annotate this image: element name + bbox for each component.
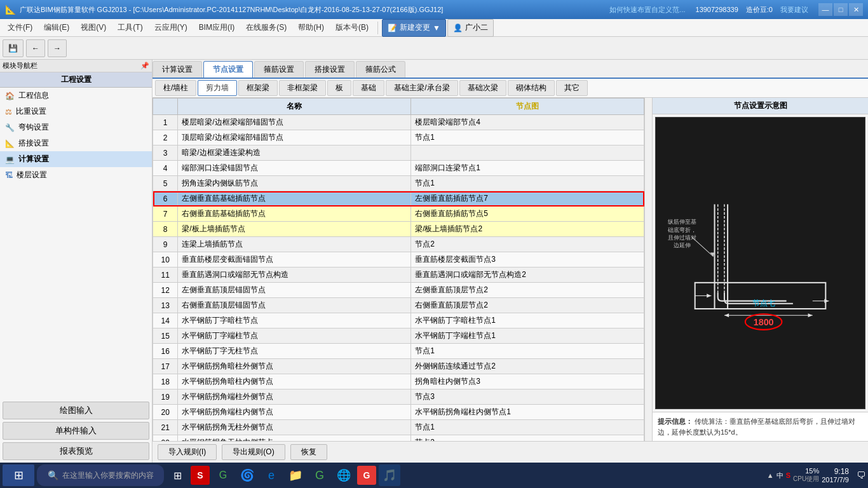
tab-overlap-settings[interactable]: 搭接设置	[305, 61, 355, 78]
table-row[interactable]: 17水平钢筋拐角暗柱外侧节点外侧钢筋连续通过节点2	[153, 359, 644, 374]
table-row[interactable]: 14水平钢筋丁字暗柱节点水平钢筋丁字暗柱节点1	[153, 313, 644, 329]
forward-button[interactable]: →	[48, 39, 67, 57]
notification-icon[interactable]: 🗨	[857, 470, 865, 480]
menu-bim[interactable]: BIM应用(I)	[194, 21, 240, 34]
bottom-bar: 导入规则(I) 导出规则(O) 恢复	[153, 441, 868, 463]
table-row[interactable]: 22水平钢筋拐角无柱内侧节点节点3	[153, 435, 644, 442]
titlebar-controls: — □ ✕	[818, 3, 863, 16]
scrollbar[interactable]	[644, 98, 652, 441]
table-row[interactable]: 4端部洞口连梁锚固节点端部洞口连梁节点1	[153, 161, 644, 176]
table-row[interactable]: 10垂直筋楼层变截面锚固节点垂直筋楼层变截面节点3	[153, 252, 644, 268]
toolbar: 💾 ← →	[0, 37, 868, 60]
minimize-button[interactable]: —	[818, 3, 832, 16]
taskbar-icon-music[interactable]: 🎵	[379, 464, 400, 486]
table-row[interactable]: 16水平钢筋丁字无柱节点节点1	[153, 344, 644, 359]
menu-file[interactable]: 文件(F)	[3, 21, 37, 34]
table-row[interactable]: 21水平钢筋拐角无柱外侧节点节点1	[153, 420, 644, 435]
edge-icon: e	[268, 469, 275, 482]
user-button[interactable]: 👤 广小二	[447, 19, 494, 37]
maximize-button[interactable]: □	[834, 3, 848, 16]
draw-input-button[interactable]: 绘图输入	[3, 402, 149, 419]
input-method-zh[interactable]: 中	[776, 471, 783, 480]
table-row[interactable]: 19水平钢筋拐角端柱外侧节点节点3	[153, 390, 644, 405]
sidebar: 模块导航栏 📌 工程设置 🏠 工程信息 ⚖ 比重设置 🔧 弯钩设置 📐 搭接设置…	[0, 60, 153, 463]
floor-icon: 🏗	[5, 171, 13, 180]
table-row[interactable]: 6左侧垂直筋基础插筋节点左侧垂直筋插筋节点7	[153, 191, 644, 207]
close-button[interactable]: ✕	[849, 3, 863, 16]
sidebar-item-project-info[interactable]: 🏠 工程信息	[0, 88, 152, 104]
table-row[interactable]: 13右侧垂直筋顶层锚固节点右侧垂直筋顶层节点2	[153, 298, 644, 313]
export-rules-button[interactable]: 导出规则(O)	[222, 444, 285, 460]
back-button[interactable]: ←	[26, 39, 45, 57]
sidebar-item-bend[interactable]: 🔧 弯钩设置	[0, 119, 152, 135]
menu-online[interactable]: 在线服务(S)	[241, 21, 292, 34]
taskbar-icon-edge[interactable]: e	[261, 464, 282, 486]
sub-tab-masonry[interactable]: 砌体结构	[508, 80, 555, 96]
ime-icon[interactable]: S	[786, 471, 790, 479]
restore-button[interactable]: 恢复	[290, 444, 327, 460]
menu-cloud[interactable]: 云应用(Y)	[149, 21, 193, 34]
tab-node-settings[interactable]: 节点设置	[203, 61, 253, 78]
windows-icon: ⊞	[14, 468, 24, 482]
sub-tab-others[interactable]: 其它	[556, 80, 588, 96]
taskbar-icon-g1[interactable]: G	[212, 464, 234, 486]
table-row[interactable]: 12左侧垂直筋顶层锚固节点左侧垂直筋顶层节点2	[153, 283, 644, 298]
sidebar-item-weight[interactable]: ⚖ 比重设置	[0, 104, 152, 119]
table-container[interactable]: 名称 节点图 1楼层暗梁/边框梁端部锚固节点楼层暗梁端部节点42顶层暗梁/边框梁…	[153, 98, 644, 441]
table-row[interactable]: 2顶层暗梁/边框梁端部锚固节点节点1	[153, 130, 644, 146]
table-row[interactable]: 8梁/板上墙插筋节点梁/板上墙插筋节点2	[153, 222, 644, 237]
titlebar-right: 如何快速布置自定义范... 13907298339 造价豆:0 我要建议 — □…	[609, 3, 863, 16]
table-row[interactable]: 3暗梁/边框梁通连梁构造	[153, 146, 644, 161]
sub-tab-column[interactable]: 柱/墙柱	[155, 80, 196, 96]
menu-view[interactable]: 视图(V)	[76, 21, 111, 34]
import-rules-button[interactable]: 导入规则(I)	[158, 444, 217, 460]
taskbar-icon-folder[interactable]: 📁	[285, 464, 306, 486]
sidebar-item-calc[interactable]: 💻 计算设置	[0, 151, 152, 167]
sub-tab-nonframe-beam[interactable]: 非框架梁	[279, 80, 326, 96]
sub-tab-foundation-main-beam[interactable]: 基础主梁/承台梁	[386, 80, 458, 96]
sub-tab-foundation-secondary-beam[interactable]: 基础次梁	[459, 80, 506, 96]
tab-stirrup-settings[interactable]: 箍筋设置	[254, 61, 304, 78]
tab-calc-settings[interactable]: 计算设置	[153, 61, 202, 78]
calc-icon: 💻	[5, 155, 15, 164]
sub-tab-foundation[interactable]: 基础	[353, 80, 384, 96]
taskbar-icon-windows[interactable]: ⊞	[166, 464, 188, 486]
save-button[interactable]: 💾	[3, 39, 24, 57]
cell-jdt: 右侧垂直筋顶层节点2	[411, 298, 644, 313]
start-button[interactable]: ⊞	[3, 464, 34, 486]
taskbar-icon-g3[interactable]: G	[357, 466, 376, 485]
table-row[interactable]: 1楼层暗梁/边框梁端部锚固节点楼层暗梁端部节点4	[153, 115, 644, 130]
menu-edit[interactable]: 编辑(E)	[39, 21, 74, 34]
table-row[interactable]: 20水平钢筋拐角端柱内侧节点水平钢筋拐角端柱内侧节点1	[153, 405, 644, 420]
search-taskbar[interactable]: 🔍 在这里输入你要搜索的内容	[37, 464, 164, 486]
menu-help[interactable]: 帮助(H)	[293, 21, 329, 34]
cell-name: 连梁上墙插筋节点	[178, 237, 411, 252]
taskbar-icon-s[interactable]: S	[191, 466, 210, 485]
cell-name: 垂直筋遇洞口或端部无节点构造	[178, 268, 411, 283]
single-component-button[interactable]: 单构件输入	[3, 422, 149, 440]
sub-tab-frame-beam[interactable]: 框架梁	[238, 80, 278, 96]
table-row[interactable]: 11垂直筋遇洞口或端部无节点构造垂直筋遇洞口或端部无节点构造2	[153, 268, 644, 283]
table-row[interactable]: 15水平钢筋丁字端柱节点水平钢筋丁字端柱节点1	[153, 329, 644, 344]
titlebar-help[interactable]: 如何快速布置自定义范...	[609, 5, 685, 15]
titlebar-suggestion[interactable]: 我要建议	[780, 5, 808, 15]
report-preview-button[interactable]: 报表预览	[3, 442, 149, 460]
menu-tools[interactable]: 工具(T)	[112, 21, 147, 34]
taskbar-icon-globe[interactable]: 🌐	[333, 464, 355, 486]
sub-tab-slab[interactable]: 板	[327, 80, 351, 96]
menu-version[interactable]: 版本号(B)	[330, 21, 374, 34]
sub-tab-shear-wall[interactable]: 剪力墙	[198, 80, 237, 96]
taskbar-icon-swirl[interactable]: 🌀	[236, 464, 258, 486]
bend-icon: 🔧	[5, 123, 15, 132]
table-row[interactable]: 5拐角连梁内侧纵筋节点节点1	[153, 176, 644, 191]
sidebar-item-floor[interactable]: 🏗 楼层设置	[0, 167, 152, 183]
cell-num: 4	[153, 161, 178, 176]
new-change-button[interactable]: 📝 新建变更 ▼	[382, 19, 446, 37]
cell-jdt: 拐角暗柱内侧节点3	[411, 374, 644, 390]
table-row[interactable]: 7右侧垂直筋基础插筋节点右侧垂直筋插筋节点5	[153, 207, 644, 222]
tab-stirrup-formula[interactable]: 箍筋公式	[356, 61, 405, 78]
sidebar-item-overlap[interactable]: 📐 搭接设置	[0, 135, 152, 151]
table-row[interactable]: 9连梁上墙插筋节点节点2	[153, 237, 644, 252]
table-row[interactable]: 18水平钢筋拐角暗柱内侧节点拐角暗柱内侧节点3	[153, 374, 644, 390]
taskbar-icon-g2[interactable]: G	[309, 464, 330, 486]
